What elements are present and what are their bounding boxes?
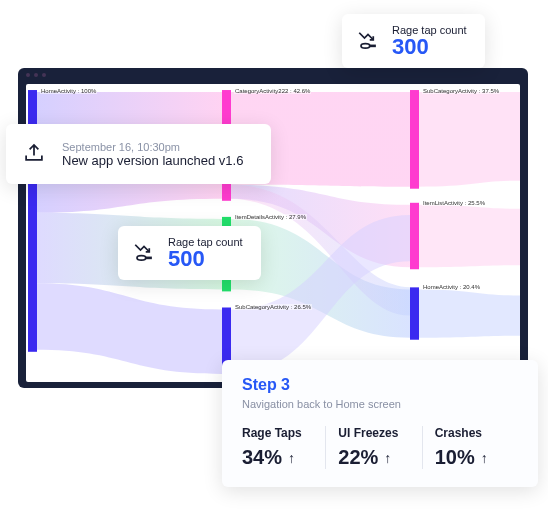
svg-point-7	[361, 44, 370, 48]
step-metrics: Rage Taps 34%↑ UI Freezes 22%↑ Crashes 1…	[242, 426, 518, 469]
release-timestamp: September 16, 10:30pm	[62, 141, 243, 153]
metric-label: UI Freezes	[338, 426, 421, 440]
arrow-up-icon: ↑	[384, 450, 391, 466]
svg-point-8	[137, 256, 146, 260]
rage-tap-card-mid[interactable]: Rage tap count 500	[118, 226, 261, 280]
upload-icon	[20, 138, 48, 170]
svg-rect-5	[410, 203, 419, 269]
node-label: CategoryActivity222 : 42.6%	[234, 88, 311, 94]
metric-crashes: Crashes 10%↑	[422, 426, 518, 469]
metric-value: 34%	[242, 446, 282, 469]
svg-rect-4	[410, 90, 419, 189]
window-dot	[42, 73, 46, 77]
node-label: ItemListActivity : 25.5%	[422, 200, 486, 206]
app-window: HomeActivity : 100% CategoryActivity222 …	[18, 68, 528, 388]
window-titlebar	[18, 68, 528, 84]
node-label: SubCategoryActivity : 26.5%	[234, 304, 312, 310]
rage-tap-card-top[interactable]: Rage tap count 300	[342, 14, 485, 68]
metric-label: Rage Taps	[242, 426, 325, 440]
rage-value: 500	[168, 248, 243, 270]
rage-tap-icon	[130, 236, 158, 268]
svg-rect-6	[410, 287, 419, 339]
rage-tap-icon	[354, 24, 382, 56]
metric-label: Crashes	[435, 426, 518, 440]
rage-value: 300	[392, 36, 467, 58]
node-label: SubCategoryActivity : 37.5%	[422, 88, 500, 94]
step-title: Step 3	[242, 376, 518, 394]
step-subtitle: Navigation back to Home screen	[242, 398, 518, 410]
metric-ui-freezes: UI Freezes 22%↑	[325, 426, 421, 469]
release-message: New app version launched v1.6	[62, 153, 243, 168]
arrow-up-icon: ↑	[288, 450, 295, 466]
release-card[interactable]: September 16, 10:30pm New app version la…	[6, 124, 271, 184]
arrow-up-icon: ↑	[481, 450, 488, 466]
node-label: HomeActivity : 100%	[40, 88, 97, 94]
node-label: ItemDetailsActivity : 27.9%	[234, 214, 307, 220]
step-card[interactable]: Step 3 Navigation back to Home screen Ra…	[222, 360, 538, 487]
window-dot	[34, 73, 38, 77]
metric-rage-taps: Rage Taps 34%↑	[242, 426, 325, 469]
metric-value: 22%	[338, 446, 378, 469]
node-label: HomeActivity : 20.4%	[422, 284, 481, 290]
window-dot	[26, 73, 30, 77]
metric-value: 10%	[435, 446, 475, 469]
